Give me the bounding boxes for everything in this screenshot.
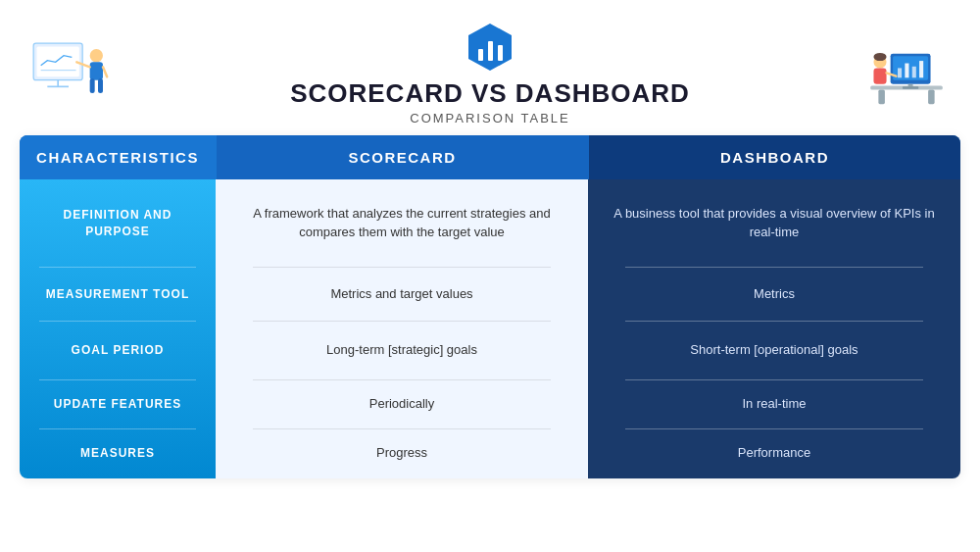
table-body: DEFINITION AND PURPOSE MEASUREMENT TOOL … [20,179,960,478]
svg-rect-29 [498,45,503,61]
table-row: MEASURES [20,429,216,478]
col1-cells: DEFINITION AND PURPOSE MEASUREMENT TOOL … [20,179,216,478]
table-row: Progress [216,429,588,478]
table-row: Performance [588,429,960,478]
col2-cells: A framework that analyzes the current st… [216,179,588,478]
svg-rect-27 [478,49,483,61]
table-row: In real-time [588,380,960,429]
table-row: Periodically [216,380,588,429]
col3-cells: A business tool that provides a visual o… [588,179,960,478]
table-row: UPDATE FEATURES [20,380,216,429]
table-row: A framework that analyzes the current st… [216,179,588,268]
page-header: SCORECARD VS DASHBOARD COMPARISON TABLE [20,12,960,135]
main-container: SCORECARD VS DASHBOARD COMPARISON TABLE … [20,12,960,541]
col3-header: DASHBOARD [588,135,960,179]
table-row: Long-term [strategic] goals [216,322,588,380]
table-row: GOAL PERIOD [20,322,216,380]
main-title: SCORECARD VS DASHBOARD [290,78,690,109]
col2-header: SCORECARD [216,135,588,179]
table-row: A business tool that provides a visual o… [588,179,960,268]
table-row: MEASUREMENT TOOL [20,268,216,322]
comparison-table: CHARACTERISTICS SCORECARD DASHBOARD DEFI… [20,135,960,478]
table-row: Metrics [588,268,960,322]
table-header: CHARACTERISTICS SCORECARD DASHBOARD [20,135,960,179]
hex-icon [465,22,515,73]
table-row: Short-term [operational] goals [588,322,960,380]
col1-header: CHARACTERISTICS [20,135,216,179]
table-row: Metrics and target values [216,268,588,322]
sub-title: COMPARISON TABLE [410,111,569,125]
table-row: DEFINITION AND PURPOSE [20,179,216,268]
svg-rect-28 [488,41,493,61]
